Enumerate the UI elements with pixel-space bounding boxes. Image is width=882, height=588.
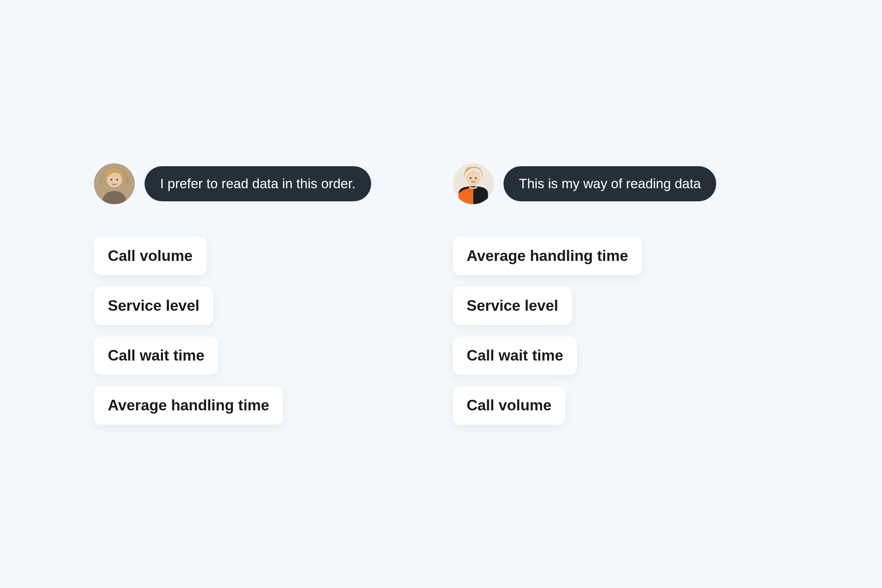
metric-item[interactable]: Average handling time [453, 237, 642, 275]
metric-item[interactable]: Average handling time [94, 386, 283, 425]
svg-point-6 [470, 177, 472, 179]
metric-item[interactable]: Service level [453, 287, 572, 325]
svg-point-2 [111, 179, 112, 180]
metric-item[interactable]: Call volume [94, 237, 207, 275]
right-metric-list: Average handling time Service level Call… [453, 237, 717, 425]
avatar-right-icon [453, 163, 494, 204]
avatar-left-icon [94, 163, 135, 204]
metric-item[interactable]: Call wait time [94, 336, 218, 375]
panels-container: I prefer to read data in this order. Cal… [94, 163, 716, 425]
left-header: I prefer to read data in this order. [94, 163, 371, 204]
avatar-right [453, 163, 494, 204]
avatar-left [94, 163, 135, 204]
svg-point-5 [466, 171, 481, 185]
metric-item[interactable]: Call volume [453, 386, 566, 425]
right-speech-bubble: This is my way of reading data [503, 166, 717, 201]
right-panel: This is my way of reading data Average h… [453, 163, 717, 425]
left-panel: I prefer to read data in this order. Cal… [94, 163, 371, 425]
svg-point-3 [116, 179, 118, 180]
left-metric-list: Call volume Service level Call wait time… [94, 237, 371, 425]
left-speech-bubble: I prefer to read data in this order. [145, 166, 371, 201]
metric-item[interactable]: Service level [94, 287, 213, 325]
metric-item[interactable]: Call wait time [453, 336, 577, 375]
svg-point-7 [475, 177, 477, 179]
right-header: This is my way of reading data [453, 163, 717, 204]
